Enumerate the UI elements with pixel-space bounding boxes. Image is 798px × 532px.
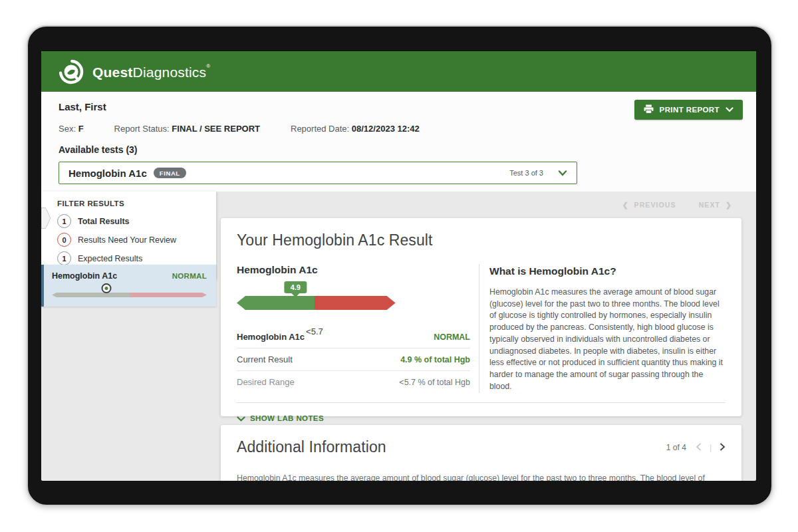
previous-result-link[interactable]: ❮ PREVIOUS: [622, 201, 676, 209]
additional-info-body: Hemoglobin A1c measures the average amou…: [237, 472, 726, 481]
filter-item-total-results[interactable]: 1 Total Results: [57, 214, 216, 228]
pager-divider: |: [710, 443, 712, 452]
gauge-threshold-label: <5.7: [306, 327, 323, 336]
count-badge: 1: [57, 214, 71, 228]
gauge-normal-segment: [237, 296, 315, 310]
report-status-field: Report Status: FINAL / SEE REPORT: [114, 124, 260, 134]
filter-item-label: Expected Results: [78, 254, 142, 263]
tablet-frame: QuestDiagnostics® Last, First PRINT REPO…: [27, 25, 773, 506]
gauge-value-tag: 4.9: [285, 281, 307, 293]
chevron-down-icon: [237, 412, 245, 424]
result-values-column: Hemoglobin A1c 4.9 <5.7: [237, 264, 479, 393]
quest-logo-icon: [57, 58, 85, 86]
result-detail-column: ❮ PREVIOUS NEXT ❯ Your Hemoglobin A1c Re…: [221, 192, 741, 481]
sidebar-result-card[interactable]: Hemoglobin A1c NORMAL: [41, 265, 216, 307]
page-indicator: 1 of 4: [666, 443, 686, 452]
result-table: Hemoglobin A1c NORMAL Current Result 4.9…: [237, 326, 470, 393]
about-heading: What is Hemoglobin A1c?: [489, 265, 726, 277]
sidebar-range-indicator: [52, 293, 207, 297]
result-gauge: 4.9 <5.7: [237, 296, 396, 325]
filter-item-label: Total Results: [78, 217, 130, 226]
app-header: QuestDiagnostics®: [41, 51, 756, 92]
count-badge: 1: [57, 251, 71, 265]
report-meta-row: Sex: F Report Status: FINAL / SEE REPORT…: [59, 124, 743, 134]
show-lab-notes-label: SHOW LAB NOTES: [250, 414, 324, 422]
result-card-title: Your Hemoglobin A1c Result: [237, 231, 726, 249]
pager-next-icon[interactable]: [720, 442, 726, 454]
result-card: Your Hemoglobin A1c Result Hemoglobin A1…: [221, 218, 741, 416]
sidebar-result-status: NORMAL: [172, 272, 207, 280]
print-report-label: PRINT REPORT: [660, 106, 720, 114]
additional-information-card: Additional Information 1 of 4 |: [221, 425, 741, 481]
filter-item-expected-results[interactable]: 1 Expected Results: [57, 251, 216, 265]
result-value-marker: [101, 283, 111, 293]
test-position-indicator: Test 3 of 3: [509, 169, 543, 177]
gauge-high-segment: [315, 296, 396, 310]
filter-item-label: Results Need Your Review: [78, 235, 176, 245]
row-value: 4.9 % of total Hgb: [400, 355, 470, 364]
additional-info-title: Additional Information: [237, 438, 386, 456]
gauge-test-name: Hemoglobin A1c: [237, 264, 470, 276]
reported-date-field: Reported Date: 08/12/2023 12:42: [291, 124, 420, 134]
additional-info-pager: 1 of 4 |: [666, 442, 726, 454]
row-label: Hemoglobin A1c: [237, 332, 305, 342]
about-test-column: What is Hemoglobin A1c? Hemoglobin A1c m…: [479, 264, 726, 393]
table-row: Current Result 4.9 % of total Hgb: [237, 348, 470, 371]
row-label: Current Result: [237, 354, 293, 364]
logo-wordmark: QuestDiagnostics®: [92, 63, 210, 80]
selected-test-name: Hemoglobin A1c: [68, 168, 147, 179]
test-selector-dropdown[interactable]: Hemoglobin A1c FINAL Test 3 of 3: [59, 162, 577, 184]
row-value: <5.7 % of total Hgb: [399, 378, 470, 387]
printer-icon: [644, 104, 654, 115]
table-row: Hemoglobin A1c NORMAL: [237, 326, 470, 348]
result-pagination-bar: ❮ PREVIOUS NEXT ❯: [221, 192, 741, 218]
chevron-down-icon: [558, 167, 567, 179]
range-normal-segment: [52, 293, 130, 297]
range-high-segment: [130, 293, 207, 297]
patient-info-section: Last, First PRINT REPORT Sex: F Report S…: [41, 92, 756, 192]
available-tests-heading: Available tests (3): [59, 144, 743, 155]
sidebar-result-name: Hemoglobin A1c: [52, 271, 117, 281]
table-row: Desired Range <5.7 % of total Hgb: [237, 371, 470, 393]
print-report-button[interactable]: PRINT REPORT: [634, 100, 743, 120]
sex-field: Sex: F: [59, 124, 84, 134]
main-content-area: FILTER RESULTS 1 Total Results 0 Results…: [41, 192, 756, 481]
row-value: NORMAL: [434, 332, 470, 342]
app-screen: QuestDiagnostics® Last, First PRINT REPO…: [41, 51, 756, 481]
final-status-badge: FINAL: [154, 168, 186, 178]
next-result-link[interactable]: NEXT ❯: [699, 201, 732, 209]
row-label: Desired Range: [237, 377, 295, 387]
quest-diagnostics-logo: QuestDiagnostics®: [57, 58, 210, 86]
chevron-down-icon: [726, 106, 733, 114]
count-badge: 0: [57, 233, 71, 247]
filter-item-need-review[interactable]: 0 Results Need Your Review: [57, 233, 216, 247]
panel-collapse-tab[interactable]: [41, 207, 51, 231]
filter-results-title: FILTER RESULTS: [57, 200, 216, 207]
pager-previous-icon[interactable]: [696, 442, 702, 454]
about-body: Hemoglobin A1c measures the average amou…: [489, 287, 726, 392]
